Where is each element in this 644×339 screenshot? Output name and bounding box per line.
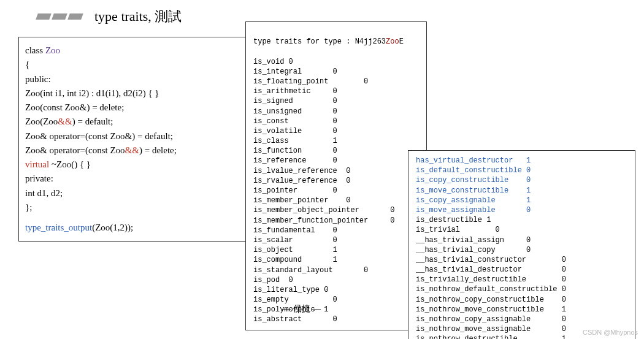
code-line: Zoo(const Zoo&) = delete; <box>25 101 240 115</box>
code-line: }; <box>25 200 240 215</box>
traits-header: type traits for type : N4jj263 <box>253 37 386 46</box>
rvalue-ref: && <box>58 116 72 126</box>
traits-output-box-1: type traits for type : N4jj263ZooE is_vo… <box>245 21 427 330</box>
csdn-credit: CSDN @Mhypnos <box>583 329 638 336</box>
code-line: private: <box>25 172 240 186</box>
page-title: type traits, 測試 <box>94 7 182 26</box>
code-line: Zoo& operator=(const Zoo&) = default; <box>25 129 240 143</box>
traits-output-box-2: has_virtual_destructor 1is_default_const… <box>408 150 635 339</box>
traits-header-suffix: E <box>399 37 404 46</box>
class-keyword: class <box>25 45 45 55</box>
code-line: Zoo(Zoo <box>25 116 58 126</box>
code-line: (Zoo(1,2)); <box>92 223 133 232</box>
code-line: ~Zoo() { } <box>52 159 91 169</box>
code-line: ) = default; <box>72 116 113 126</box>
code-line: Zoo& operator=(const Zoo <box>25 145 125 155</box>
code-line: ) = delete; <box>139 145 177 155</box>
slide-header: type traits, 測試 <box>37 7 182 26</box>
class-name: Zoo <box>45 45 60 55</box>
code-line: int d1, d2; <box>25 186 240 200</box>
virtual-keyword: virtual <box>25 159 52 169</box>
rvalue-ref: && <box>125 145 139 155</box>
header-bars-icon <box>37 13 82 20</box>
function-call: type_traits_output <box>25 223 92 232</box>
traits-typename: Zoo <box>386 37 399 46</box>
code-line: { <box>25 58 240 72</box>
cpp-code-box: class Zoo { public: Zoo(int i1, int i2) … <box>18 37 247 242</box>
code-line: Zoo(int i1, int i2) : d1(i1), d2(i2) { } <box>25 86 240 101</box>
code-line: public: <box>25 72 240 86</box>
author-credit: — 侯捷 — <box>282 303 321 314</box>
